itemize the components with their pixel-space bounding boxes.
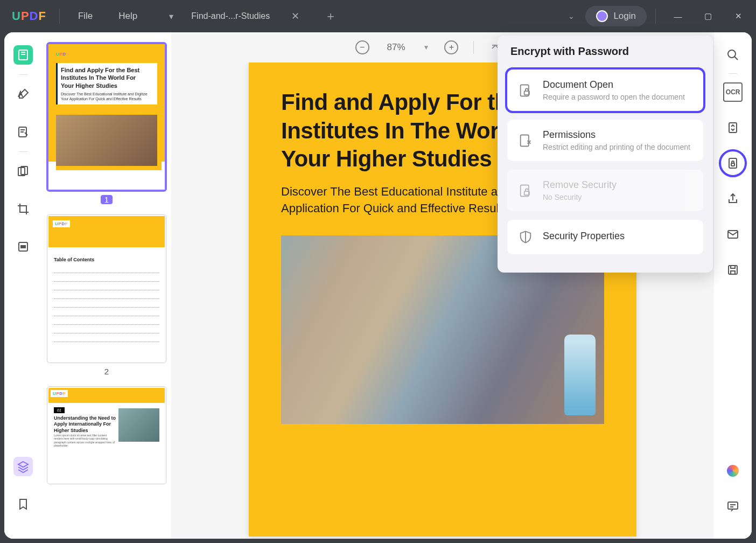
annotate-tool[interactable]	[13, 85, 33, 104]
menu-help[interactable]: Help	[106, 11, 150, 22]
avatar-icon	[596, 10, 608, 22]
document-open-option[interactable]: Document Open Require a password to open…	[507, 69, 703, 111]
separator	[59, 9, 60, 24]
search-button[interactable]	[723, 45, 743, 65]
tab-title: Find-and-...r-Studies	[191, 11, 270, 21]
save-button[interactable]	[723, 260, 743, 280]
option-sub: Restrict editing and printing of the doc…	[543, 143, 690, 151]
share-button[interactable]	[723, 189, 743, 208]
separator	[19, 151, 27, 152]
option-sub: Require a password to open the document	[543, 93, 685, 101]
zoom-out-button[interactable]: −	[355, 40, 369, 54]
add-tab-button[interactable]: ＋	[320, 8, 341, 24]
email-button[interactable]	[723, 225, 743, 244]
app-logo: UPDF	[4, 9, 54, 23]
lock-doc-icon	[518, 83, 533, 98]
option-sub: No Security	[543, 193, 617, 201]
title-bar: UPDF File Help ▾ Find-and-...r-Studies ✕…	[0, 0, 756, 32]
panel-title: Encrypt with Password	[507, 45, 703, 58]
close-tab-icon[interactable]: ✕	[291, 10, 299, 22]
bookmark-button[interactable]	[13, 495, 33, 514]
separator	[729, 73, 737, 74]
security-properties-option[interactable]: Security Properties	[507, 220, 703, 254]
remove-security-option: Remove Security No Security	[507, 170, 703, 211]
permissions-icon	[518, 133, 533, 148]
edit-tool[interactable]	[13, 122, 33, 142]
thumb-text: Discover The Best Educational Institute …	[61, 92, 154, 101]
svg-rect-11	[729, 266, 737, 274]
unlock-doc-icon	[518, 183, 533, 198]
option-title: Document Open	[543, 79, 685, 90]
document-tab[interactable]: Find-and-...r-Studies ✕	[181, 0, 309, 32]
tab-bar: ▾ Find-and-...r-Studies ✕ ＋	[161, 0, 341, 32]
close-button[interactable]: ✕	[725, 5, 752, 27]
tab-dropdown[interactable]: ▾	[161, 6, 181, 26]
titlebar-right: ⌄ Login — ▢ ✕	[561, 5, 752, 27]
separator	[19, 74, 27, 75]
menu-file[interactable]: File	[65, 11, 106, 22]
crop-tool[interactable]	[13, 199, 33, 219]
zoom-dropdown-icon[interactable]: ▼	[423, 44, 430, 51]
zoom-in-button[interactable]: +	[444, 40, 458, 54]
login-label: Login	[613, 11, 636, 22]
thumb-text: Find and Apply For the Best	[61, 66, 154, 74]
maximize-button[interactable]: ▢	[695, 5, 722, 27]
chat-button[interactable]	[723, 497, 743, 516]
thumb-text: Institutes In The World For	[61, 74, 154, 81]
left-toolbar	[4, 32, 42, 539]
svg-rect-9	[731, 163, 734, 166]
thumbnail-3[interactable]: UPDF 01 Understanding the Need to Apply …	[47, 387, 166, 484]
option-title: Remove Security	[543, 179, 617, 191]
thumb-text: Table of Contents	[54, 257, 159, 262]
right-toolbar: OCR	[714, 32, 752, 539]
separator	[655, 9, 656, 24]
ai-button[interactable]	[723, 461, 743, 481]
page-tool[interactable]	[13, 162, 33, 181]
thumb-text: 01	[54, 407, 65, 413]
layers-button[interactable]	[13, 457, 33, 476]
svg-rect-5	[21, 246, 25, 248]
encrypt-panel: Encrypt with Password Document Open Requ…	[498, 36, 713, 273]
separator	[473, 41, 474, 54]
convert-button[interactable]	[723, 118, 743, 137]
minimize-button[interactable]: —	[664, 5, 691, 27]
zoom-percent[interactable]: 87%	[384, 42, 408, 53]
permissions-option[interactable]: Permissions Restrict editing and printin…	[507, 120, 703, 161]
thumbnail-panel[interactable]: UPDF Find and Apply For the Best Institu…	[42, 32, 171, 539]
shield-icon	[518, 229, 533, 245]
option-title: Security Properties	[543, 231, 625, 242]
svg-point-6	[728, 50, 736, 58]
login-button[interactable]: Login	[585, 6, 647, 26]
protect-button[interactable]	[723, 154, 743, 173]
chevron-down-icon[interactable]: ⌄	[561, 12, 582, 20]
thumbnail-label: 1	[101, 195, 113, 204]
thumbnail-label: 2	[47, 367, 166, 376]
option-title: Permissions	[543, 129, 690, 141]
thumbnail-1[interactable]: UPDF Find and Apply For the Best Institu…	[47, 43, 166, 191]
redact-tool[interactable]	[13, 237, 33, 256]
svg-rect-12	[728, 502, 738, 509]
reader-tool[interactable]	[13, 45, 33, 65]
thumb-text: Your Higher Studies	[61, 82, 154, 89]
thumbnail-2[interactable]: UPDF Table of Contents	[47, 215, 166, 363]
ocr-button[interactable]: OCR	[723, 82, 743, 102]
